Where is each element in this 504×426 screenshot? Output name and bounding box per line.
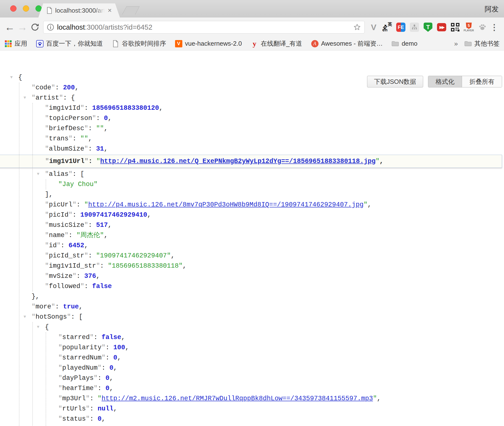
profile-name[interactable]: 阿发	[485, 4, 499, 14]
kebab-menu-icon: ⋮	[490, 25, 498, 30]
bookmark-label: vue-hackernews-2.0	[185, 40, 242, 47]
url-bar[interactable]: localhost:3000/artists?id=6452	[43, 21, 365, 34]
json-row-musicSize: "musicSize": 517,	[0, 220, 504, 230]
indent-guide	[46, 332, 46, 426]
json-row[interactable]: ▼{	[0, 72, 504, 83]
json-row-topicPerson: "topicPerson": 0,	[0, 113, 504, 123]
json-row-status: "status": 0,	[0, 414, 504, 424]
browser-tab[interactable]: localhost:3000/artists?id=645 ×	[38, 3, 120, 17]
window-controls	[10, 5, 42, 12]
json-row-picId: "picId": 19097417462929410,	[0, 210, 504, 220]
new-tab-button[interactable]	[122, 6, 140, 15]
close-window-button[interactable]	[10, 5, 17, 12]
bookmark-item[interactable]: y在线翻译_有道	[251, 39, 302, 48]
bookmark-label: 应用	[15, 39, 27, 48]
other-bookmarks-folder[interactable]: 其他书签	[464, 39, 500, 48]
bookmark-item[interactable]: demo	[391, 40, 417, 48]
json-row-hearTime: "hearTime": 0,	[0, 383, 504, 393]
translate-icon[interactable]: 英en⇄	[382, 22, 393, 33]
indent-guide	[32, 322, 33, 426]
indent-guide	[46, 179, 46, 189]
browser-toolbar: ← → localhost:3000/artists?id=6452 V英en⇄…	[0, 17, 504, 37]
bookmark-item[interactable]: 应用	[4, 39, 27, 48]
bookmark-label: demo	[402, 40, 417, 47]
fe-icon[interactable]: FE	[395, 22, 406, 33]
reload-button[interactable]	[29, 21, 41, 34]
bookmarks-bar: 应用百度一下，你就知道谷歌按时间排序Vvue-hackernews-2.0y在线…	[0, 37, 504, 51]
json-row-rtUrls: "rtUrls": null,	[0, 404, 504, 414]
chrome-menu-button[interactable]: ⋮	[488, 21, 501, 34]
json-link[interactable]: http://p4.music.126.net/8mv7qP30Pd3oHW8b…	[88, 201, 363, 208]
collapse-triangle-icon[interactable]: ▼	[37, 169, 39, 179]
bookmark-label: Awesomes - 前端资…	[321, 39, 383, 48]
document-icon	[112, 40, 119, 48]
json-link[interactable]: http://m2.music.126.net/RMJR7wDullRqppBk…	[101, 395, 373, 402]
bookmark-star-icon[interactable]	[353, 23, 361, 31]
json-row: ],	[0, 189, 504, 200]
json-row-popularity: "popularity": 100,	[0, 342, 504, 353]
html5-player-icon[interactable]: 5PLAYER	[463, 22, 474, 33]
bookmark-label: 在线翻译_有道	[261, 39, 302, 48]
folder-icon	[391, 40, 399, 48]
json-row-id: "id": 6452,	[0, 240, 504, 251]
qr-code-icon[interactable]	[450, 22, 461, 33]
tampermonkey-shield-icon[interactable]: T	[422, 22, 434, 33]
page-content: 下载JSON数据 格式化 折叠所有 ▼{"code": 200,▼"artist…	[0, 72, 504, 426]
json-row-picUrl: "picUrl": "http://p4.music.126.net/8mv7q…	[0, 200, 504, 210]
json-row-mp3Url: "mp3Url": "http://m2.music.126.net/RMJR7…	[0, 393, 504, 404]
back-button[interactable]: ←	[3, 21, 16, 34]
collapse-triangle-icon[interactable]: ▼	[37, 322, 39, 332]
fast-forward-icon[interactable]: ▶▶	[436, 22, 447, 33]
org-chart-icon[interactable]	[409, 22, 420, 33]
paw-icon[interactable]	[477, 22, 488, 33]
json-row-followed: "followed": false	[0, 281, 504, 291]
bookmark-item[interactable]: Vvue-hackernews-2.0	[175, 40, 242, 48]
bookmark-item[interactable]: 谷歌按时间排序	[112, 39, 166, 48]
json-row-more: "more": true,	[0, 302, 504, 312]
url-host: localhost	[57, 23, 85, 31]
json-row-img1v1Id_str: "img1v1Id_str": "18569651883380118",	[0, 261, 504, 271]
indent-guide	[19, 83, 19, 426]
youdao-icon: y	[251, 40, 258, 48]
bookmarks-overflow-chevron[interactable]: »	[454, 40, 458, 48]
json-row-briefDesc: "briefDesc": "",	[0, 123, 504, 134]
json-row-dayPlays: "dayPlays": 0,	[0, 373, 504, 383]
json-row-alias[interactable]: ▼"alias": [	[0, 169, 504, 179]
other-bookmarks-label: 其他书签	[474, 39, 500, 48]
url-text[interactable]: localhost:3000/artists?id=6452	[57, 23, 353, 31]
collapse-triangle-icon[interactable]: ▼	[24, 93, 26, 103]
bookmark-item[interactable]: AAwesomes - 前端资…	[311, 39, 383, 48]
vue-devtools-icon[interactable]: V	[368, 22, 379, 33]
json-link[interactable]: http://p4.music.126.net/Q_ExePNkmgB2yWyL…	[100, 158, 376, 165]
tab-close-icon[interactable]: ×	[108, 7, 112, 14]
json-row-hotSongs[interactable]: ▼"hotSongs": [	[0, 312, 504, 322]
json-row: "Jay Chou"	[0, 179, 504, 189]
url-path: :3000/artists?id=6452	[85, 23, 152, 31]
json-row-artist[interactable]: ▼"artist": {	[0, 93, 504, 103]
json-row-picId_str: "picId_str": "19097417462929407",	[0, 251, 504, 261]
collapse-triangle-icon[interactable]: ▼	[10, 72, 13, 83]
baidu-paw-icon	[36, 40, 44, 48]
extensions-row: V英en⇄FET▶▶5PLAYER	[368, 22, 488, 33]
bookmark-label: 百度一下，你就知道	[46, 39, 103, 48]
json-row[interactable]: ▼{	[0, 322, 504, 332]
tab-title: localhost:3000/artists?id=645	[55, 7, 106, 14]
page-favicon-icon	[47, 7, 52, 14]
folder-icon	[464, 40, 472, 48]
awesomes-icon: A	[311, 40, 319, 48]
json-row-img1v1Id: "img1v1Id": 18569651883380120,	[0, 103, 504, 113]
page-info-icon[interactable]	[47, 24, 54, 31]
json-row-starred: "starred": false,	[0, 332, 504, 342]
json-row-img1v1Url: "img1v1Url": "http://p4.music.126.net/Q_…	[0, 155, 502, 168]
json-row-name: "name": "周杰伦",	[0, 230, 504, 240]
window-titlebar: localhost:3000/artists?id=645 × 阿发	[0, 0, 504, 17]
reload-icon	[30, 23, 40, 32]
minimize-window-button[interactable]	[23, 5, 29, 12]
json-row-mvSize: "mvSize": 376,	[0, 271, 504, 281]
bookmark-item[interactable]: 百度一下，你就知道	[36, 39, 103, 48]
collapse-triangle-icon[interactable]: ▼	[24, 312, 26, 322]
json-row-albumSize: "albumSize": 31,	[0, 144, 504, 154]
json-row-code: "code": 200,	[0, 83, 504, 93]
bookmark-label: 谷歌按时间排序	[122, 39, 166, 48]
json-row-trans: "trans": "",	[0, 134, 504, 144]
